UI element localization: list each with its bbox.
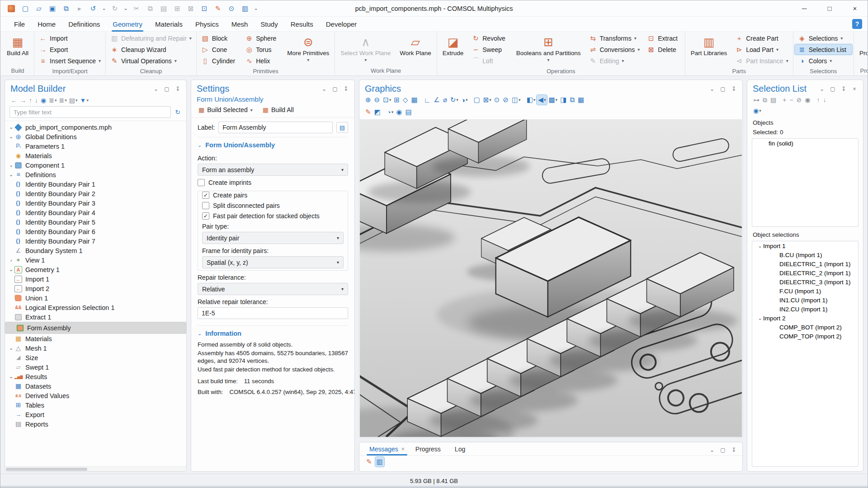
move-down-list-icon[interactable]: ↓	[822, 95, 828, 105]
selection-list-item[interactable]: F.CU (Import 1)	[752, 286, 858, 296]
select-mode-icon[interactable]: ◩	[373, 107, 382, 117]
tree-expander[interactable]: ⌄	[8, 124, 14, 130]
tree-item[interactable]: ⌄ Component 1	[5, 160, 186, 170]
selections-button[interactable]: ◈ Selections ▾	[795, 33, 852, 43]
build-all-button[interactable]: ▦ Build All	[261, 105, 296, 114]
view-options-icon[interactable]: ◧▾	[525, 95, 537, 105]
paste-icon[interactable]: ▤	[158, 3, 170, 14]
remove-icon[interactable]: −	[788, 95, 795, 105]
collapse-panel-icon[interactable]: ⌄	[709, 86, 715, 92]
redo-caret-icon[interactable]: ⌄	[123, 3, 129, 14]
tree-item[interactable]: ⌄ Mesh 1	[5, 343, 186, 353]
torus-button[interactable]: ◎ Torus	[242, 44, 282, 55]
forward-icon[interactable]: →	[19, 96, 27, 104]
float-panel-icon[interactable]: ▢	[720, 447, 726, 453]
hide-icon[interactable]: ⊘	[795, 95, 804, 105]
selection-list-item[interactable]: ⌄ Import 1	[752, 241, 858, 250]
tree-item[interactable]: Extract 1	[5, 312, 186, 322]
clip-plane-icon[interactable]: ◫▾	[510, 95, 522, 105]
tree-item[interactable]: Datasets	[5, 381, 186, 391]
split-disconnected-pairs-checkbox[interactable]: Split disconnected pairs	[202, 202, 344, 209]
booleans-partitions-button[interactable]: ⊞ Booleans and Partitions ▾	[512, 33, 585, 66]
select-box-icon[interactable]: ▢	[472, 95, 481, 105]
cut-icon[interactable]: ✂	[131, 3, 142, 14]
close-button[interactable]: ×	[842, 0, 868, 16]
table-columns-icon[interactable]: ▥	[239, 3, 251, 14]
tree-expander[interactable]: ⌄	[8, 134, 14, 140]
scrollbar-thumb[interactable]	[6, 468, 87, 471]
copy-selection-icon[interactable]: ⧉	[761, 95, 769, 105]
node-label-icon[interactable]: ▤▾	[68, 96, 78, 104]
pair-type-select[interactable]: Identity pair▾	[202, 232, 344, 244]
select-entities-icon[interactable]: ⊠▾	[482, 95, 493, 105]
app-logo-icon[interactable]	[8, 5, 15, 12]
fast-pair-detection-checkbox[interactable]: ✓ Fast pair detection for stacked object…	[202, 212, 344, 220]
cleanup-wizard-button[interactable]: ∗ Cleanup Wizard	[107, 44, 195, 55]
frame-select[interactable]: Spatial (x, y, z)▾	[202, 256, 344, 268]
zoom-in-icon[interactable]: ⊕	[364, 95, 373, 105]
part-instance-button[interactable]: ⊲ Part Instance ▾	[732, 56, 792, 66]
measure-length-icon[interactable]: ∟	[423, 95, 433, 105]
tree-item[interactable]: Identity Boundary Pair 4	[5, 208, 186, 217]
clear-brush-icon[interactable]: ✎	[212, 3, 224, 14]
menu-item[interactable]: Geometry	[106, 18, 149, 30]
tree-item[interactable]: Form Assembly	[5, 322, 186, 334]
menu-item[interactable]: Mesh	[225, 18, 255, 30]
section-information[interactable]: ⌄ Information	[198, 325, 348, 340]
tree-item[interactable]: Identity Boundary Pair 3	[5, 198, 186, 208]
measure-diameter-icon[interactable]: ⌀	[442, 95, 449, 105]
tree-item[interactable]: Identity Boundary Pair 1	[5, 179, 186, 189]
tree-item[interactable]: Import 2	[5, 284, 186, 293]
move-down-icon[interactable]: ↓	[33, 96, 38, 104]
float-panel-icon[interactable]: ▢	[332, 86, 338, 92]
tree-item[interactable]: Export	[5, 410, 186, 419]
tree-item[interactable]: Materials	[5, 151, 186, 160]
create-imprints-checkbox[interactable]: Create imprints	[198, 179, 348, 186]
conversions-button[interactable]: ⇌ Conversions ▾	[585, 44, 643, 55]
label-settings-icon[interactable]: ▤	[336, 122, 348, 133]
block-button[interactable]: ▧ Block	[198, 33, 241, 43]
pin-panel-icon[interactable]: ↧	[175, 86, 181, 92]
float-panel-icon[interactable]: ▢	[720, 86, 726, 92]
tree-item[interactable]: Derived Values	[5, 391, 186, 400]
selection-list-item[interactable]: DIELECTRIC_2 (Import 1)	[752, 268, 858, 277]
appearance-icon[interactable]: ◑▾	[460, 95, 469, 105]
zoom-extents-icon[interactable]: ⊡▾	[382, 95, 392, 105]
back-icon[interactable]: ←	[9, 96, 18, 104]
tree-item[interactable]: ⌄ Definitions	[5, 170, 186, 179]
save-icon[interactable]: ▣	[47, 3, 58, 14]
undo-caret-icon[interactable]: ⌄	[101, 3, 107, 14]
open-table-icon[interactable]: ▥	[375, 457, 384, 467]
tree-item[interactable]: Identity Boundary Pair 5	[5, 217, 186, 227]
tree-item[interactable]: Identity Boundary Pair 2	[5, 189, 186, 198]
messages-tab[interactable]: Log	[450, 444, 473, 455]
label-input[interactable]: Form Assembly	[218, 122, 333, 133]
tree-item[interactable]: ⌄ Results	[5, 372, 186, 381]
insert-sequence-button[interactable]: ≡ Insert Sequence ▾	[36, 56, 104, 66]
pin-panel-icon[interactable]: ↧	[840, 86, 847, 92]
tree-expander[interactable]: ⌄	[757, 315, 763, 321]
tree-item[interactable]: Union 1	[5, 293, 186, 303]
image-snapshot-icon[interactable]: ▦	[576, 95, 586, 105]
tree-item[interactable]: Swept 1	[5, 362, 186, 372]
close-tab-icon[interactable]: ×	[401, 446, 405, 452]
transforms-button[interactable]: ⇆ Transforms ▾	[585, 33, 643, 43]
collapse-panel-icon[interactable]: ⌄	[321, 86, 327, 92]
collapse-panel-icon[interactable]: ⌄	[819, 86, 825, 92]
object-list-item[interactable]: fin (solid)	[752, 139, 858, 148]
tree-item[interactable]: › View 1	[5, 255, 186, 265]
tree-expander[interactable]: ⌄	[8, 162, 14, 168]
paste-selection-icon[interactable]: ▤	[769, 95, 778, 105]
selection-list-item[interactable]: B.CU (Import 1)	[752, 250, 858, 259]
action-select[interactable]: Form an assembly▾	[198, 164, 348, 176]
menu-item[interactable]: Study	[254, 18, 284, 30]
menu-item[interactable]: File	[8, 18, 31, 30]
camera-snapshot-icon[interactable]: ◉	[395, 107, 404, 117]
sphere-button[interactable]: ⊕ Sphere	[242, 33, 282, 43]
tree-expander[interactable]: ⌄	[757, 243, 763, 249]
run-icon[interactable]: ▸	[74, 3, 85, 14]
graphics-canvas[interactable]	[360, 119, 742, 437]
deselect-all-icon[interactable]: ⊘	[501, 95, 510, 105]
clear-messages-icon[interactable]: ✎	[365, 457, 373, 467]
revolve-button[interactable]: ↻ Revolve	[468, 33, 511, 43]
